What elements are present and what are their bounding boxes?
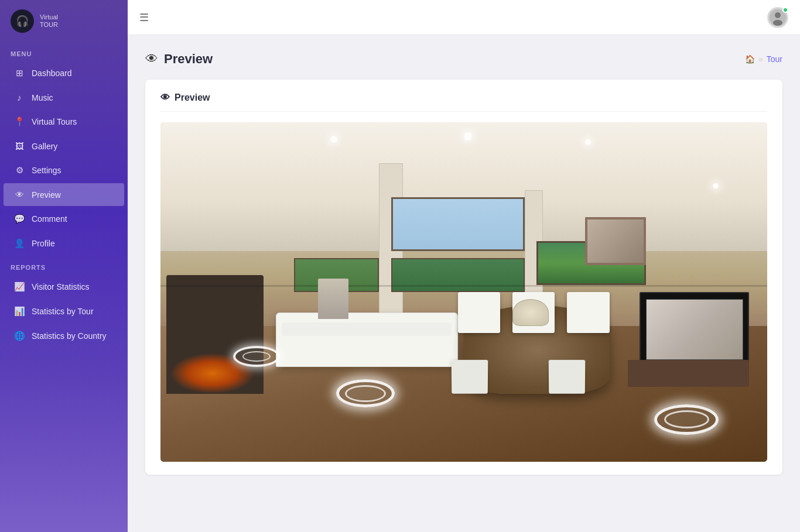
hamburger-menu[interactable]: ☰ (139, 11, 149, 24)
scene-sofa (276, 313, 458, 367)
scene-chair-1 (458, 292, 501, 333)
sidebar-item-label: Virtual Tours (32, 117, 77, 126)
home-icon[interactable]: 🏠 (745, 54, 755, 64)
scene-panoramic-divider (160, 285, 767, 287)
sidebar-item-label: Music (32, 93, 53, 102)
logo-text: Virtual TOUR (40, 13, 58, 29)
hotspot-left[interactable] (233, 346, 280, 367)
app-name-sub: TOUR (40, 21, 58, 29)
sidebar-item-label: Visitor Statistics (32, 282, 90, 291)
sidebar-item-statistics-by-country[interactable]: 🌐 Statistics by Country (4, 324, 124, 348)
comment-icon: 💬 (14, 214, 25, 224)
user-avatar-area[interactable] (767, 7, 788, 28)
sidebar-item-label: Statistics by Tour (32, 307, 94, 316)
sidebar-item-label: Settings (32, 166, 61, 175)
sidebar-item-music[interactable]: ♪ Music (4, 86, 124, 109)
page-title: Preview (164, 52, 213, 67)
sidebar-item-statistics-by-tour[interactable]: 📊 Statistics by Tour (4, 300, 124, 323)
preview-scene (160, 122, 767, 462)
sidebar-item-comment[interactable]: 💬 Comment (4, 207, 124, 231)
scene-centerpiece (512, 299, 549, 326)
main-area: ☰ 👁 Preview 🏠 » Tour (128, 0, 800, 532)
sidebar-item-settings[interactable]: ⚙ Settings (4, 159, 124, 182)
sidebar-item-virtual-tours[interactable]: 📍 Virtual Tours (4, 110, 124, 133)
sidebar-item-dashboard[interactable]: ⊞ Dashboard (4, 61, 124, 85)
online-status-dot (782, 7, 788, 13)
scene-sofa-back (282, 322, 452, 336)
sidebar-item-label: Gallery (32, 142, 57, 151)
gallery-icon: 🖼 (14, 141, 25, 151)
scene-sculpture (318, 279, 348, 320)
preview-image-container[interactable] (160, 122, 767, 462)
scene-artwork (585, 217, 646, 265)
globe-icon: 🌐 (14, 331, 25, 341)
scene-tv-screen (646, 299, 743, 360)
profile-icon: 👤 (14, 238, 25, 249)
location-icon: 📍 (14, 116, 25, 127)
hotspot-center[interactable] (336, 379, 395, 407)
sidebar-item-label: Preview (32, 190, 61, 200)
card-eye-icon: 👁 (160, 92, 170, 103)
sidebar-item-label: Comment (32, 214, 67, 224)
sidebar-item-preview[interactable]: 👁 Preview (4, 183, 124, 206)
svg-point-1 (775, 12, 781, 18)
bar-chart-icon: 📊 (14, 306, 25, 317)
reports-section-label: REPORTS (0, 256, 128, 274)
scene-chair-4 (452, 360, 488, 394)
sidebar-item-profile[interactable]: 👤 Profile (4, 232, 124, 255)
topbar: ☰ (128, 0, 800, 35)
sidebar-item-label: Statistics by Country (32, 331, 107, 341)
breadcrumb-tour-link[interactable]: Tour (767, 54, 782, 64)
app-name: Virtual (40, 13, 58, 21)
music-icon: ♪ (14, 92, 25, 102)
logo-area[interactable]: 🎧 Virtual TOUR (0, 0, 128, 42)
card-title: 👁 Preview (160, 92, 767, 112)
scene-chair-5 (549, 360, 586, 394)
logo-icon: 🎧 (11, 9, 34, 33)
sidebar-item-label: Profile (32, 239, 55, 248)
sidebar-item-gallery[interactable]: 🖼 Gallery (4, 135, 124, 157)
breadcrumb: 🏠 » Tour (745, 54, 782, 64)
dashboard-icon: ⊞ (14, 68, 25, 78)
sidebar-item-label: Dashboard (32, 68, 72, 78)
sidebar-item-visitor-statistics[interactable]: 📈 Visitor Statistics (4, 275, 124, 298)
line-chart-icon: 📈 (14, 282, 25, 292)
sidebar: 🎧 Virtual TOUR MENU ⊞ Dashboard ♪ Music … (0, 0, 128, 532)
page-header: 👁 Preview 🏠 » Tour (145, 52, 782, 67)
page-content: 👁 Preview 🏠 » Tour 👁 Preview (128, 35, 800, 532)
card-title-text: Preview (175, 92, 210, 103)
scene-chair-3 (567, 292, 610, 333)
scene-skylight-window (391, 197, 525, 252)
settings-icon: ⚙ (14, 165, 25, 176)
page-title-eye-icon: 👁 (145, 52, 158, 67)
scene-console (628, 360, 749, 387)
eye-icon: 👁 (14, 190, 25, 200)
hotspot-right[interactable] (654, 404, 719, 435)
breadcrumb-separator: » (758, 54, 763, 64)
svg-point-2 (773, 20, 782, 26)
preview-card: 👁 Preview (145, 80, 782, 475)
page-title-area: 👁 Preview (145, 52, 213, 67)
menu-section-label: MENU (0, 42, 128, 61)
